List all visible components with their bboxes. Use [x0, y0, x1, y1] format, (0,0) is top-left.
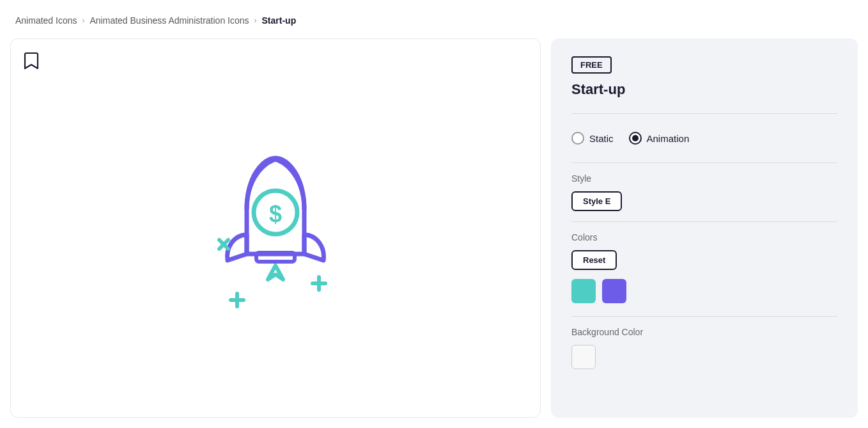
breadcrumb-business-admin[interactable]: Animated Business Administration Icons [90, 15, 249, 26]
teal-swatch[interactable] [571, 279, 596, 303]
style-label: Style [571, 173, 837, 184]
colors-label: Colors [571, 232, 837, 242]
background-color-label: Background Color [571, 327, 837, 337]
svg-rect-2 [256, 253, 295, 262]
bookmark-icon [24, 52, 39, 70]
divider-2 [571, 162, 837, 163]
animation-radio-circle[interactable] [629, 132, 642, 145]
bookmark-button[interactable] [21, 49, 42, 74]
animation-type-group: Static Animation [571, 124, 837, 152]
static-label: Static [589, 133, 614, 144]
breadcrumb-separator-1: › [82, 16, 85, 25]
animation-option[interactable]: Animation [629, 132, 690, 145]
icon-title: Start-up [571, 81, 837, 98]
divider-3 [571, 221, 837, 222]
breadcrumb-current: Start-up [262, 15, 297, 26]
static-radio-circle[interactable] [571, 132, 584, 145]
static-option[interactable]: Static [571, 132, 614, 145]
purple-swatch[interactable] [602, 279, 626, 303]
startup-rocket-icon: $ [180, 126, 371, 331]
right-panel: FREE Start-up Static Animation Style Sty… [551, 38, 858, 418]
animation-label: Animation [647, 133, 690, 144]
divider-4 [571, 316, 837, 317]
divider-1 [571, 113, 837, 114]
icon-preview-panel: $ [10, 38, 541, 418]
svg-text:$: $ [269, 201, 282, 227]
breadcrumb-animated-icons[interactable]: Animated Icons [15, 15, 77, 26]
background-color-swatch[interactable] [571, 345, 596, 369]
free-badge: FREE [571, 56, 612, 74]
color-swatches-container [571, 279, 837, 303]
breadcrumb: Animated Icons › Animated Business Admin… [0, 0, 868, 38]
icon-display-area: $ [11, 39, 540, 417]
reset-colors-button[interactable]: Reset [571, 250, 617, 270]
style-e-button[interactable]: Style E [571, 191, 622, 211]
main-layout: $ FREE [0, 38, 868, 428]
breadcrumb-separator-2: › [254, 16, 257, 25]
